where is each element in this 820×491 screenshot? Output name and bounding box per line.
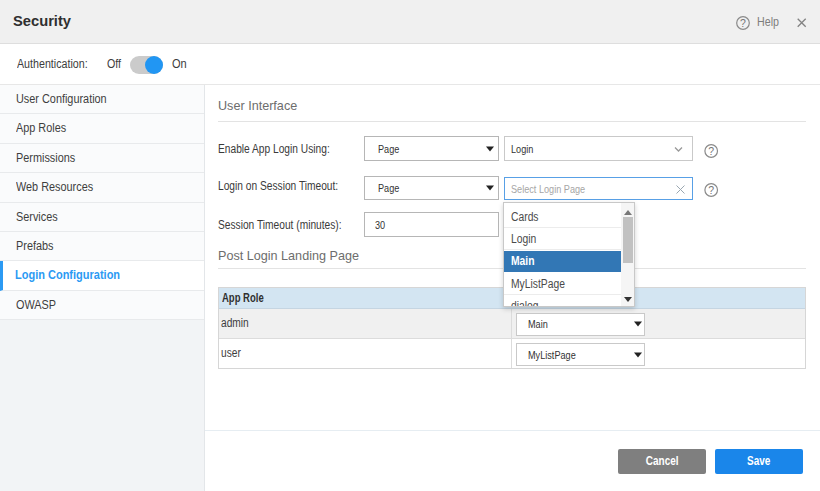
svg-text:?: ? (708, 145, 714, 157)
svg-text:?: ? (740, 17, 746, 29)
svg-text:?: ? (708, 184, 714, 196)
